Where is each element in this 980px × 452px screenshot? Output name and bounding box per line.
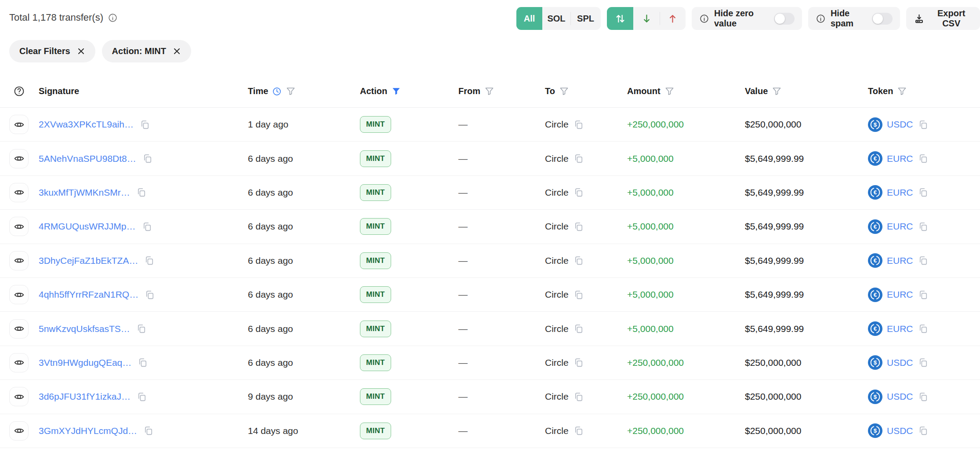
copy-icon[interactable] — [573, 425, 584, 436]
token-link[interactable]: EURC — [887, 153, 913, 164]
copy-icon[interactable] — [142, 153, 153, 164]
copy-icon[interactable] — [143, 425, 154, 436]
token-link[interactable]: USDC — [887, 426, 913, 436]
filter-funnel-icon[interactable] — [286, 86, 296, 96]
hide-zero-value-toggle[interactable] — [774, 13, 795, 25]
toggle-knob — [873, 14, 883, 24]
copy-icon[interactable] — [918, 391, 929, 402]
to-address[interactable]: Circle — [545, 391, 569, 402]
signature-link[interactable]: 3DhyCejFaZ1bEkTZA… — [39, 255, 138, 266]
signature-link[interactable]: 4qhh5ffYrrRFzaN1RQ… — [39, 289, 138, 300]
filter-chip-action-mint[interactable]: Action: MINT — [102, 40, 191, 62]
preview-transaction-button[interactable] — [9, 285, 29, 304]
token-link[interactable]: USDC — [887, 119, 913, 130]
signature-link[interactable]: 2XVwa3XPKcTL9aih… — [39, 119, 134, 130]
info-icon[interactable] — [816, 14, 826, 24]
info-icon[interactable] — [699, 14, 709, 24]
copy-icon[interactable] — [918, 323, 929, 334]
direction-received-button[interactable] — [633, 7, 660, 30]
preview-transaction-button[interactable] — [9, 217, 29, 236]
token-link[interactable]: USDC — [887, 357, 913, 368]
tab-spl[interactable]: SPL — [570, 7, 601, 30]
preview-transaction-button[interactable] — [9, 149, 29, 168]
eurc-icon: € — [868, 219, 882, 234]
direction-both-button[interactable] — [607, 7, 633, 30]
to-address[interactable]: Circle — [545, 426, 569, 436]
copy-icon[interactable] — [144, 255, 155, 266]
copy-icon[interactable] — [918, 153, 929, 164]
copy-icon[interactable] — [144, 289, 155, 300]
signature-link[interactable]: 3d6pJFU31fY1izkaJ… — [39, 391, 131, 402]
preview-transaction-button[interactable] — [9, 353, 29, 372]
token-link[interactable]: EURC — [887, 221, 913, 232]
signature-link[interactable]: 5nwKzvqUskfsasTS… — [39, 324, 130, 334]
copy-icon[interactable] — [573, 119, 584, 130]
preview-transaction-button[interactable] — [9, 421, 29, 441]
column-header-to: To — [545, 86, 627, 96]
filter-funnel-icon[interactable] — [897, 86, 907, 96]
direction-sent-button[interactable] — [660, 7, 686, 30]
preview-transaction-button[interactable] — [9, 183, 29, 202]
copy-icon[interactable] — [142, 221, 152, 232]
info-icon[interactable] — [108, 13, 118, 23]
to-address[interactable]: Circle — [545, 187, 569, 198]
filter-funnel-icon-active[interactable] — [391, 86, 401, 96]
preview-transaction-button[interactable] — [9, 115, 29, 134]
to-address[interactable]: Circle — [545, 289, 569, 300]
token-link[interactable]: EURC — [887, 255, 913, 266]
signature-link[interactable]: 3kuxMfTjWMKnSMr… — [39, 187, 130, 198]
preview-transaction-button[interactable] — [9, 251, 29, 270]
to-address[interactable]: Circle — [545, 153, 569, 164]
clear-filters-chip[interactable]: Clear Filters — [9, 40, 95, 62]
to-address[interactable]: Circle — [545, 255, 569, 266]
arrow-up-icon — [667, 13, 679, 25]
copy-icon[interactable] — [573, 289, 584, 300]
token-link[interactable]: USDC — [887, 391, 913, 402]
copy-icon[interactable] — [136, 391, 147, 402]
copy-icon[interactable] — [918, 289, 929, 300]
copy-icon[interactable] — [136, 323, 147, 334]
copy-icon[interactable] — [573, 391, 584, 402]
tab-all[interactable]: All — [516, 7, 542, 30]
token-link[interactable]: EURC — [887, 289, 913, 300]
token-link[interactable]: EURC — [887, 324, 913, 334]
filter-funnel-icon[interactable] — [559, 86, 569, 96]
copy-icon[interactable] — [573, 255, 584, 266]
export-csv-button[interactable]: Export CSV — [906, 7, 980, 30]
copy-icon[interactable] — [573, 357, 584, 368]
signature-link[interactable]: 4RMGUQusWRJJMp… — [39, 221, 136, 232]
filter-funnel-icon[interactable] — [772, 86, 782, 96]
copy-icon[interactable] — [137, 357, 148, 368]
copy-icon[interactable] — [573, 323, 584, 334]
filter-funnel-icon[interactable] — [484, 86, 494, 96]
transfer-value: $250,000,000 — [745, 426, 801, 436]
tab-sol[interactable]: SOL — [542, 7, 570, 30]
filter-funnel-icon[interactable] — [664, 86, 675, 96]
column-header-token: Token — [868, 86, 971, 96]
signature-link[interactable]: 3GmXYJdHYLcmQJd… — [39, 426, 137, 436]
copy-icon[interactable] — [573, 221, 584, 232]
copy-icon[interactable] — [918, 119, 929, 130]
copy-icon[interactable] — [918, 255, 929, 266]
to-address[interactable]: Circle — [545, 324, 569, 334]
copy-icon[interactable] — [918, 357, 929, 368]
copy-icon[interactable] — [918, 221, 929, 232]
clock-icon[interactable] — [272, 87, 282, 96]
copy-icon[interactable] — [918, 187, 929, 198]
preview-transaction-button[interactable] — [9, 387, 29, 406]
copy-icon[interactable] — [573, 153, 584, 164]
copy-icon[interactable] — [139, 119, 150, 130]
arrow-down-icon — [641, 13, 653, 25]
copy-icon[interactable] — [136, 187, 147, 198]
preview-transaction-button[interactable] — [9, 319, 29, 339]
token-link[interactable]: EURC — [887, 187, 913, 198]
copy-icon[interactable] — [918, 425, 929, 436]
copy-icon[interactable] — [573, 187, 584, 198]
hide-spam-toggle[interactable] — [872, 13, 893, 25]
signature-link[interactable]: 5ANehVnaSPU98Dt8… — [39, 153, 136, 164]
to-address[interactable]: Circle — [545, 119, 569, 130]
help-icon[interactable] — [9, 85, 29, 97]
to-address[interactable]: Circle — [545, 221, 569, 232]
to-address[interactable]: Circle — [545, 357, 569, 368]
signature-link[interactable]: 3Vtn9HWgdugQEaq… — [39, 357, 131, 368]
